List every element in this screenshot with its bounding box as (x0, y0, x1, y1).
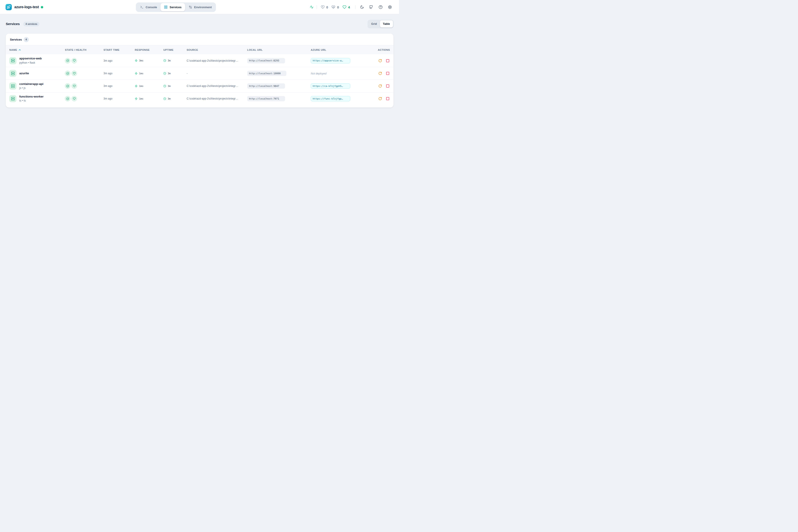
heart-icon (73, 85, 76, 88)
start-time-cell: 3m ago (103, 59, 135, 62)
column-uptime[interactable]: UPTIME (164, 49, 187, 51)
view-toggle: Grid Table (367, 20, 394, 28)
server-icon (11, 59, 15, 62)
start-time-cell: 3m ago (103, 72, 135, 75)
source-cell: - (187, 72, 247, 75)
zap-icon (135, 97, 138, 100)
page-head: Services 4 services Grid Table (0, 14, 399, 34)
stop-icon (386, 84, 390, 88)
response-cell: 1ms (135, 97, 164, 100)
clock-icon (164, 72, 166, 75)
table-body: appservice-web python • flask 3m ago 3ms… (6, 54, 394, 108)
response-value: 1ms (139, 85, 144, 88)
stop-service-button[interactable] (385, 84, 390, 88)
service-row: functions-worker ts • ts 3m ago 1ms 3m C… (6, 92, 394, 105)
restart-icon (378, 59, 382, 62)
settings-button[interactable] (387, 4, 393, 10)
actions-cell (365, 71, 390, 76)
local-url-chip[interactable]: http://localhost:8293 (247, 58, 285, 63)
stop-icon (386, 72, 390, 75)
azure-url-link[interactable]: https://ca-k7zjfgph5… (311, 83, 350, 89)
github-button[interactable] (368, 4, 374, 10)
divider (355, 5, 356, 9)
column-azure-url[interactable]: AZURE URL (311, 49, 365, 51)
grid-view-button[interactable]: Grid (368, 20, 380, 27)
local-url-chip[interactable]: http://localhost:9847 (247, 83, 285, 89)
service-icon (9, 57, 16, 64)
service-row: appservice-web python • flask 3m ago 3ms… (6, 54, 394, 67)
heart-icon (73, 97, 76, 100)
restart-service-button[interactable] (378, 58, 382, 63)
service-name: functions-worker (19, 95, 44, 98)
stop-icon (386, 97, 390, 100)
stop-service-button[interactable] (385, 58, 390, 63)
heart-crack-icon (321, 5, 325, 9)
local-url-cell: http://localhost:9847 (247, 83, 311, 89)
azure-url-cell: https://ca-k7zjfgph5… (311, 83, 365, 89)
column-start-time[interactable]: START TIME (103, 49, 135, 51)
stop-service-button[interactable] (385, 96, 390, 101)
main-tabs: Console Services Environment (136, 2, 216, 12)
restart-service-button[interactable] (378, 96, 382, 101)
tab-services[interactable]: Services (160, 3, 185, 11)
source-cell: C:\code\azd-app-2\cli\tests\projects\int… (187, 59, 247, 62)
uptime-cell: 3m (164, 59, 187, 62)
service-name: containerapp-api (19, 82, 43, 86)
theme-toggle-button[interactable] (359, 4, 365, 10)
table-header: NAME STATE / HEALTH START TIME RESPONSE … (6, 45, 394, 54)
card-title: Services (10, 38, 22, 41)
restart-icon (378, 97, 382, 100)
tab-environment[interactable]: Environment (185, 3, 215, 11)
check-circle-icon (66, 59, 69, 62)
zap-icon (135, 72, 138, 75)
unhealthy-stat-icon-wrap (320, 4, 326, 10)
heart-icon (73, 72, 76, 75)
services-count-badge: 4 services (23, 22, 39, 26)
tab-console-label: Console (146, 5, 157, 9)
tab-console[interactable]: Console (136, 3, 160, 11)
clock-icon (164, 59, 166, 62)
app-logo (5, 4, 12, 10)
local-url-chip[interactable]: http://localhost:7071 (247, 96, 285, 101)
heart-icon (342, 5, 346, 9)
service-icon (9, 82, 16, 90)
health-badge (72, 58, 77, 63)
service-text: functions-worker ts • ts (19, 95, 44, 102)
table-view-button[interactable]: Table (380, 20, 393, 27)
help-button[interactable] (378, 4, 383, 10)
actions-cell (365, 96, 390, 101)
column-source[interactable]: SOURCE (187, 49, 247, 51)
sort-asc-icon (18, 48, 21, 52)
column-state-health[interactable]: STATE / HEALTH (65, 49, 103, 51)
heart-pulse-icon (331, 5, 335, 9)
column-local-url[interactable]: LOCAL URL (247, 49, 311, 51)
local-url-chip[interactable]: http://localhost:10000 (247, 71, 286, 76)
azure-url-link[interactable]: https://func-k7zjfgp… (311, 96, 350, 101)
state-running-badge (65, 58, 70, 63)
service-subtitle: python • flask (19, 61, 42, 64)
status-dot (41, 6, 43, 8)
restart-service-button[interactable] (378, 84, 382, 88)
help-icon (379, 5, 383, 9)
service-cell: containerapp-api js • js (9, 82, 65, 90)
page-title: Services (6, 22, 20, 26)
server-icon (11, 72, 15, 75)
services-card-head: Services 4 (6, 34, 394, 45)
service-name: azurite (19, 72, 29, 75)
service-subtitle: js • js (19, 87, 43, 90)
uptime-cell: 3m (164, 72, 187, 75)
actions-cell (365, 58, 390, 63)
zap-icon (135, 85, 138, 88)
service-text: azurite (19, 72, 29, 75)
azure-url-link[interactable]: https://appservice-w… (311, 58, 350, 63)
activity-button[interactable] (309, 4, 315, 10)
column-name[interactable]: NAME (9, 48, 65, 52)
column-response[interactable]: RESPONSE (135, 49, 164, 51)
uptime-value: 3m (168, 85, 171, 88)
stop-service-button[interactable] (385, 71, 390, 76)
restart-service-button[interactable] (378, 71, 382, 76)
health-badge (72, 71, 77, 76)
zap-icon (135, 59, 138, 62)
state-running-badge (65, 83, 70, 89)
start-time-cell: 3m ago (103, 84, 135, 88)
